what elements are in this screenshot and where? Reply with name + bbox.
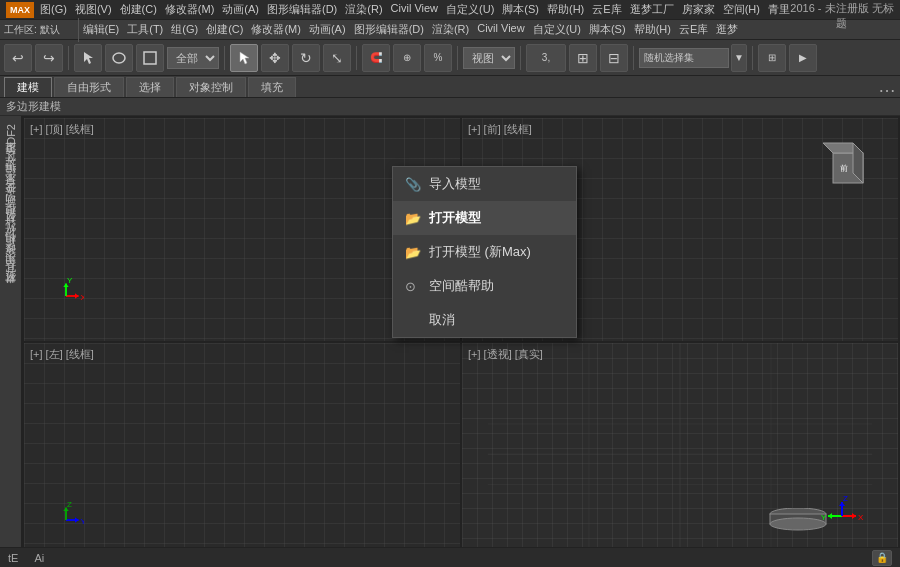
ctx-import-model[interactable]: 📎 导入模型 xyxy=(393,167,576,201)
sidebar-light[interactable]: 灯光 xyxy=(1,239,20,247)
menu-civil[interactable]: Civil View xyxy=(391,2,438,17)
status-ai: Ai xyxy=(34,552,44,564)
menu-view[interactable]: 视图(V) xyxy=(75,2,112,17)
mirror-button[interactable]: ⊞ xyxy=(569,44,597,72)
menu-script2[interactable]: 脚本(S) xyxy=(589,22,626,37)
svg-rect-1 xyxy=(144,52,156,64)
ctx-space-help[interactable]: ⊙ 空间酷帮助 xyxy=(393,269,576,303)
undo-button[interactable]: ↩ xyxy=(4,44,32,72)
tab-freeform[interactable]: 自由形式 xyxy=(54,77,124,97)
menu-anim[interactable]: 动画(A) xyxy=(222,2,259,17)
menu-g[interactable]: 图(G) xyxy=(40,2,67,17)
menu-space[interactable]: 空间(H) xyxy=(723,2,760,17)
percent-snap[interactable]: % xyxy=(424,44,452,72)
move-button[interactable]: ✥ xyxy=(261,44,289,72)
menu-help[interactable]: 帮助(H) xyxy=(547,2,584,17)
coord-btn[interactable]: 3, xyxy=(526,44,566,72)
menu-dream2[interactable]: 逛梦 xyxy=(716,22,738,37)
sidebar-other[interactable]: 其它 xyxy=(1,279,20,287)
menu-qing[interactable]: 青里 xyxy=(768,2,790,17)
menu-tools[interactable]: 工具(T) xyxy=(127,22,163,37)
menu-render[interactable]: 渲染(R) xyxy=(345,2,382,17)
menu-render2[interactable]: 渲染(R) xyxy=(432,22,469,37)
menu-ge[interactable]: 图形编辑器(D) xyxy=(354,22,424,37)
status-te: tE xyxy=(8,552,18,564)
extra-btn2[interactable]: ▶ xyxy=(789,44,817,72)
viewport-left[interactable]: [+] [左] [线框] Y Z xyxy=(24,343,460,566)
tab-modeling[interactable]: 建模 xyxy=(4,77,52,97)
menu-graph-editor[interactable]: 图形编辑器(D) xyxy=(267,2,337,17)
axes-left: Y Z xyxy=(48,502,84,541)
workarea[interactable]: 工作区: 默认 xyxy=(4,23,64,37)
title-menus[interactable]: 图(G) 视图(V) 创建(C) 修改器(M) 动画(A) 图形编辑器(D) 渲… xyxy=(40,2,790,17)
angle-snap[interactable]: ⊕ xyxy=(393,44,421,72)
menu-group[interactable]: 组(G) xyxy=(171,22,198,37)
menu-cloud[interactable]: 云E库 xyxy=(592,2,621,17)
sidebar-edit[interactable]: 编辑 xyxy=(1,179,20,187)
open-icon: 📂 xyxy=(405,211,421,226)
menu-cloud2[interactable]: 云E库 xyxy=(679,22,708,37)
select-tool[interactable] xyxy=(74,44,102,72)
array-button[interactable]: ⊟ xyxy=(600,44,628,72)
ctx-open-model[interactable]: 📂 打开模型 xyxy=(393,201,576,235)
extra-btn[interactable]: ⊞ xyxy=(758,44,786,72)
svg-marker-3 xyxy=(75,293,79,298)
sidebar-rdf2[interactable]: RDF2 xyxy=(3,120,19,157)
tab-object-control[interactable]: 对象控制 xyxy=(176,77,246,97)
sidebar-material[interactable]: 材质 xyxy=(1,229,20,237)
redo-button[interactable]: ↪ xyxy=(35,44,63,72)
sidebar-display[interactable]: 显示 xyxy=(1,189,20,197)
menu-house[interactable]: 房家家 xyxy=(682,2,715,17)
sidebar-utility[interactable]: 实用 xyxy=(1,269,20,277)
ctx-cancel-label: 取消 xyxy=(429,311,455,329)
paint-select[interactable] xyxy=(136,44,164,72)
select-button[interactable] xyxy=(230,44,258,72)
sidebar-material2[interactable]: 素材 xyxy=(1,289,20,297)
menu-custom2[interactable]: 自定义(U) xyxy=(533,22,581,37)
menu-help2[interactable]: 帮助(H) xyxy=(634,22,671,37)
viewport-perspective[interactable]: [+] [透视] [真实] xyxy=(462,343,898,566)
tab-selection[interactable]: 选择 xyxy=(126,77,174,97)
ctx-open-model-new[interactable]: 📂 打开模型 (新Max) xyxy=(393,235,576,269)
nav-cube[interactable]: 前 xyxy=(818,138,878,198)
snap-toggle[interactable]: 🧲 xyxy=(362,44,390,72)
menu-edit[interactable]: 编辑(E) xyxy=(83,22,120,37)
viewport-persp-label: [+] [透视] [真实] xyxy=(468,347,543,362)
svg-point-32 xyxy=(770,518,826,530)
sep6 xyxy=(633,46,634,70)
menu-create[interactable]: 创建(C) xyxy=(120,2,157,17)
menu-dream[interactable]: 逛梦工厂 xyxy=(630,2,674,17)
viewport-top-label: [+] [顶] [线框] xyxy=(30,122,94,137)
menu-bar: 工作区: 默认 编辑(E) 工具(T) 组(G) 创建(C) 修改器(M) 动画… xyxy=(0,20,900,40)
menu-items[interactable]: 编辑(E) 工具(T) 组(G) 创建(C) 修改器(M) 动画(A) 图形编辑… xyxy=(83,22,739,37)
view-dropdown[interactable]: 视图 屏幕 局部 xyxy=(463,47,515,69)
status-bar: tE Ai 🔒 xyxy=(0,547,900,567)
sidebar-model[interactable]: 模型 xyxy=(1,219,20,227)
menu-mod[interactable]: 修改器(M) xyxy=(251,22,301,37)
tab-options[interactable]: … xyxy=(878,76,896,97)
sidebar-transform[interactable]: 变换 xyxy=(1,199,20,207)
ctx-cancel[interactable]: 取消 xyxy=(393,303,576,337)
named-sel-btn[interactable]: ▼ xyxy=(731,44,747,72)
sidebar-modify[interactable]: 修改 xyxy=(1,259,20,267)
rotate-button[interactable]: ↻ xyxy=(292,44,320,72)
help-icon: ⊙ xyxy=(405,279,416,294)
menu-civil2[interactable]: Civil View xyxy=(477,22,524,37)
selection-input[interactable] xyxy=(639,48,729,68)
sidebar-render[interactable]: 渲染 xyxy=(1,159,20,167)
menu-custom[interactable]: 自定义(U) xyxy=(446,2,494,17)
lasso-tool[interactable] xyxy=(105,44,133,72)
menu-create2[interactable]: 创建(C) xyxy=(206,22,243,37)
sidebar-camera[interactable]: 相机 xyxy=(1,249,20,257)
select-all-dropdown[interactable]: 全部 无 反选 xyxy=(167,47,219,69)
menu-modifier[interactable]: 修改器(M) xyxy=(165,2,215,17)
menu-script[interactable]: 脚本(S) xyxy=(502,2,539,17)
lock-btn[interactable]: 🔒 xyxy=(872,550,892,566)
sidebar-anim[interactable]: 动画 xyxy=(1,209,20,217)
menu-anim2[interactable]: 动画(A) xyxy=(309,22,346,37)
scale-button[interactable]: ⤡ xyxy=(323,44,351,72)
svg-marker-36 xyxy=(828,513,832,519)
sidebar-file[interactable]: 文件 xyxy=(1,169,20,177)
separator xyxy=(78,18,79,42)
tab-fill[interactable]: 填充 xyxy=(248,77,296,97)
